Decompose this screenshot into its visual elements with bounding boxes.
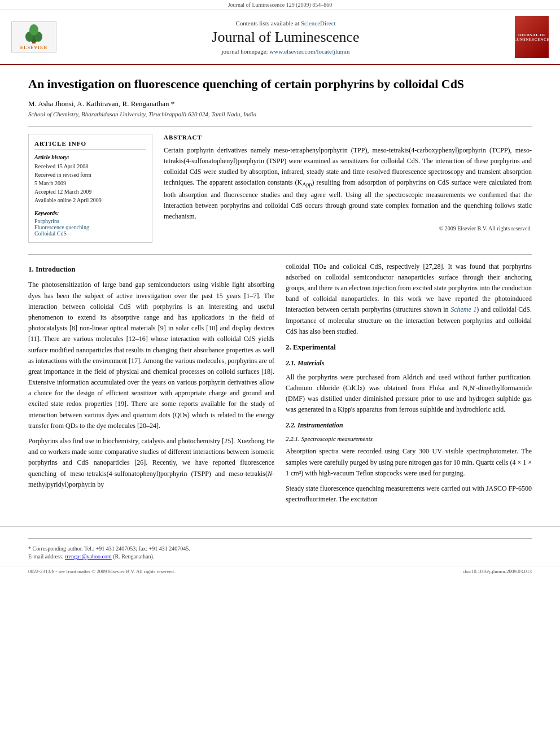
history-section: Article history: Received 15 April 2008 … [34,154,146,204]
abstract-text: Certain porphyrin derivatives namely mes… [164,145,532,222]
keyword-porphyrins[interactable]: Porphyrins [34,218,146,224]
article-columns: ARTICLE INFO Article history: Received 1… [28,134,532,243]
section2-title: 2. Experimental [286,342,532,353]
history-label: Article history: [34,154,146,160]
article-content: An investigation on fluorescence quenchi… [0,65,560,521]
keywords-section: Keywords: Porphyrins Fluorescence quench… [34,210,146,237]
received-revised-label: Received in revised form [34,171,146,179]
sciencedirect-anchor[interactable]: ScienceDirect [301,20,336,27]
journal-homepage: journal homepage: www.elsevier.com/locat… [56,48,515,55]
divider2 [28,254,532,255]
intro-paragraph-3: colloidal TiO₂ and colloidal CdS, respec… [286,261,532,337]
footnote-email: E-mail address: rrengas@yahoo.com (R. Re… [28,553,532,560]
copyright: © 2009 Elsevier B.V. All rights reserved… [164,225,532,231]
article-info-column: ARTICLE INFO Article history: Received 1… [28,134,152,243]
subsection21-title: 2.1. Materials [286,358,532,369]
body-columns: 1. Introduction The photosensitization o… [28,261,532,510]
spectroscopic-paragraph-1: Absorption spectra were recorded using C… [286,446,532,479]
footnote-star: * Corresponding author. Tel.: +91 431 24… [28,545,532,552]
subsection22-title: 2.2. Instrumentation [286,420,532,431]
page-wrapper: Journal of Luminescence 129 (2009) 854–8… [0,0,560,576]
journal-title-area: Contents lists available at ScienceDirec… [56,20,515,55]
keyword-fluorescence[interactable]: Fluorescence quenching [34,224,146,230]
abstract-header: ABSTRACT [164,134,532,141]
subsubsection221-title: 2.2.1. Spectroscopic measurements [286,434,532,444]
abstract-column: ABSTRACT Certain porphyrin derivatives n… [164,134,532,243]
journal-main-title: Journal of Luminescence [56,29,515,46]
spectroscopic-paragraph-2: Steady state fluorescence quenching meas… [286,483,532,505]
body-left-column: 1. Introduction The photosensitization o… [28,261,274,510]
citation-bar: Journal of Luminescence 129 (2009) 854–8… [0,0,560,10]
intro-paragraph-2: Porphyrins also find use in biochemistry… [28,436,274,490]
footer-doi: doi:10.1016/j.jlumin.2009.03.013 [463,569,532,574]
section1-title: 1. Introduction [28,264,274,276]
revised-date: 5 March 2009 [34,179,146,187]
authors: M. Asha Jhonsi, A. Kathiravan, R. Rengan… [28,99,532,108]
journal-badge: JOURNAL OF LUMINESCENCE [515,16,549,58]
article-info-header: ARTICLE INFO [34,140,146,150]
accepted-date: Accepted 12 March 2009 [34,187,146,196]
divider [28,126,532,127]
sciencedirect-link: Contents lists available at ScienceDirec… [56,20,515,27]
footer-copyright: 0022-2313/$ - see front matter © 2009 El… [28,569,175,574]
affiliation: School of Chemistry, Bharathidasan Unive… [28,111,532,117]
elsevier-text: ELSEVIER [20,45,47,50]
scheme1-link[interactable]: Scheme 1 [450,305,476,313]
homepage-link[interactable]: www.elsevier.com/locate/jlumin [269,48,349,55]
available-date: Available online 2 April 2009 [34,196,146,204]
elsevier-tree-icon [20,24,48,44]
footer-bar: 0022-2313/$ - see front matter © 2009 El… [0,566,560,576]
keyword-cds[interactable]: Colloidal CdS [34,230,146,237]
article-footer: * Corresponding author. Tel.: +91 431 24… [0,526,560,566]
citation-text: Journal of Luminescence 129 (2009) 854–8… [228,2,333,8]
intro-paragraph-1: The photosensitization of large band gap… [28,279,274,431]
email-link[interactable]: rrengas@yahoo.com [65,553,112,560]
footer-divider [28,538,532,539]
journal-header: ELSEVIER Contents lists available at Sci… [0,10,560,65]
elsevier-logo: ELSEVIER [11,21,56,53]
svg-point-4 [29,24,38,36]
received-date: Received 15 April 2008 [34,162,146,171]
materials-paragraph: All the porphyrins were purchased from A… [286,372,532,416]
article-title: An investigation on fluorescence quenchi… [28,76,532,93]
body-right-column: colloidal TiO₂ and colloidal CdS, respec… [286,261,532,510]
keywords-label: Keywords: [34,210,146,216]
